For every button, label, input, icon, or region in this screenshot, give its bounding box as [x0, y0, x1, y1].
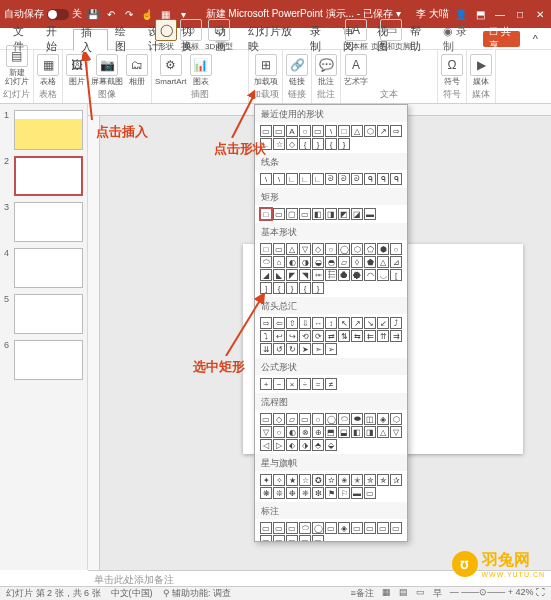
shape-option[interactable]: ⬗ [299, 439, 311, 451]
shape-option[interactable]: □ [260, 243, 272, 255]
shape-option[interactable]: + [260, 378, 272, 390]
shape-option[interactable]: ✮ [364, 474, 376, 486]
shape-option[interactable]: ⟲ [299, 330, 311, 342]
shape-option[interactable]: ⬡ [390, 413, 402, 425]
shape-option[interactable]: ◇ [286, 138, 298, 150]
shape-option[interactable]: ⬟ [364, 256, 376, 268]
shape-option[interactable]: ▭ [260, 535, 272, 542]
shape-option[interactable]: ◯ [312, 522, 324, 534]
shape-option[interactable]: ✦ [260, 474, 272, 486]
shape-option[interactable]: ◪ [351, 208, 363, 220]
shapes-button[interactable]: ◯ [155, 19, 177, 41]
shape-option[interactable]: \ [325, 125, 337, 137]
shape-option[interactable]: ⇧ [286, 317, 298, 329]
shape-option[interactable]: ◤ [286, 269, 298, 281]
minimize-icon[interactable]: — [493, 7, 507, 21]
menu-开始[interactable]: 开始 [39, 28, 72, 50]
shape-option[interactable]: ➢ [325, 343, 337, 355]
shape-option[interactable]: ] [260, 282, 272, 294]
shape-option[interactable]: ⬓ [338, 426, 350, 438]
shape-option[interactable]: ◈ [338, 522, 350, 534]
shape-option[interactable]: ⇈ [377, 330, 389, 342]
shape-option[interactable]: ▭ [299, 413, 311, 425]
autosave-toggle[interactable]: 自动保存 关 [4, 7, 82, 21]
slide-thumb-2[interactable]: 2 [4, 156, 83, 196]
shape-option[interactable]: ❈ [299, 487, 311, 499]
shape-option[interactable]: ☆ [299, 474, 311, 486]
shape-option[interactable]: ⇦ [273, 317, 285, 329]
touch-mode-icon[interactable]: ☝ [140, 7, 154, 21]
shape-option[interactable]: ▭ [273, 208, 285, 220]
shape-option[interactable]: − [273, 378, 285, 390]
shape-option[interactable]: } [286, 282, 298, 294]
zoom-control[interactable]: — ——⊙—— + 42% ⛶ [450, 587, 545, 600]
shape-option[interactable]: ▭ [364, 487, 376, 499]
shape-option[interactable]: ▽ [390, 426, 402, 438]
shape-option[interactable]: ↘ [364, 317, 376, 329]
shape-option[interactable]: ⇄ [325, 330, 337, 342]
shape-option[interactable]: □ [338, 125, 350, 137]
shape-option[interactable]: ⇊ [260, 343, 272, 355]
shape-option[interactable]: ▭ [286, 522, 298, 534]
shape-option[interactable]: △ [286, 243, 298, 255]
shape-option[interactable]: { [273, 282, 285, 294]
shape-option[interactable]: ◧ [351, 426, 363, 438]
shape-option[interactable]: ◐ [286, 256, 298, 268]
icons-button[interactable]: ☺ [180, 19, 202, 41]
shape-option[interactable]: ➤ [299, 343, 311, 355]
comment-button[interactable]: 💬 [315, 54, 337, 76]
shape-option[interactable]: ◨ [325, 208, 337, 220]
shape-option[interactable]: } [312, 282, 324, 294]
shape-option[interactable]: ⬖ [286, 439, 298, 451]
slide-thumb-3[interactable]: 3 [4, 202, 83, 242]
shape-option[interactable]: ÷ [299, 378, 311, 390]
shape-option[interactable]: ≠ [325, 378, 337, 390]
shape-option[interactable]: ▭ [273, 522, 285, 534]
shape-option[interactable]: ▱ [286, 413, 298, 425]
shape-option[interactable]: ◈ [377, 413, 389, 425]
shape-option[interactable]: ◑ [299, 256, 311, 268]
shape-option[interactable]: ↗ [351, 317, 363, 329]
media-button[interactable]: ▶ [470, 54, 492, 76]
shape-option[interactable]: ◧ [312, 208, 324, 220]
shape-option[interactable]: ✯ [377, 474, 389, 486]
symbol-button[interactable]: Ω [441, 54, 463, 76]
shape-option[interactable]: ⊗ [299, 426, 311, 438]
shape-option[interactable]: ᑫ [390, 173, 402, 185]
shape-option[interactable]: ∟ [312, 173, 324, 185]
shape-option[interactable]: ∟ [286, 173, 298, 185]
addins-button[interactable]: ⊞ [255, 54, 277, 76]
menu-幻灯片放映[interactable]: 幻灯片放映 [241, 28, 303, 50]
maximize-icon[interactable]: □ [513, 7, 527, 21]
table-button[interactable]: ▦ [37, 54, 59, 76]
shape-option[interactable]: ↙ [377, 317, 389, 329]
shape-option[interactable]: ⚐ [338, 487, 350, 499]
shape-option[interactable]: ▭ [273, 243, 285, 255]
headerfooter-button[interactable]: ▭ [380, 19, 402, 41]
shape-option[interactable]: ⯃ [338, 269, 350, 281]
shape-option[interactable]: ▭ [260, 125, 272, 137]
shape-option[interactable]: ↕ [325, 317, 337, 329]
shape-option[interactable]: ⇅ [338, 330, 350, 342]
shape-option[interactable]: ▭ [273, 535, 285, 542]
collapse-ribbon-icon[interactable]: ^ [526, 28, 545, 50]
shape-option[interactable]: ⇩ [299, 317, 311, 329]
textbox-button[interactable]: A [345, 19, 367, 41]
view-button[interactable]: ▭ [416, 587, 425, 600]
shape-option[interactable]: ⬡ [351, 243, 363, 255]
shape-option[interactable]: ⇇ [364, 330, 376, 342]
new-slide-button[interactable]: ▤ [6, 45, 28, 67]
shape-option[interactable]: ✧ [273, 474, 285, 486]
shape-option[interactable]: ○ [299, 125, 311, 137]
shape-option[interactable]: ᑫ [377, 173, 389, 185]
shape-option[interactable]: ◯ [338, 243, 350, 255]
shape-option[interactable]: ◫ [364, 413, 376, 425]
shape-option[interactable]: △ [351, 125, 363, 137]
shape-option[interactable]: ⬘ [312, 439, 324, 451]
shape-option[interactable]: { [299, 282, 311, 294]
shape-option[interactable]: { [325, 138, 337, 150]
shape-option[interactable]: ◁ [260, 439, 272, 451]
shape-option[interactable]: ▭ [260, 413, 272, 425]
shape-option[interactable]: ◊ [351, 256, 363, 268]
undo-icon[interactable]: ↶ [104, 7, 118, 21]
